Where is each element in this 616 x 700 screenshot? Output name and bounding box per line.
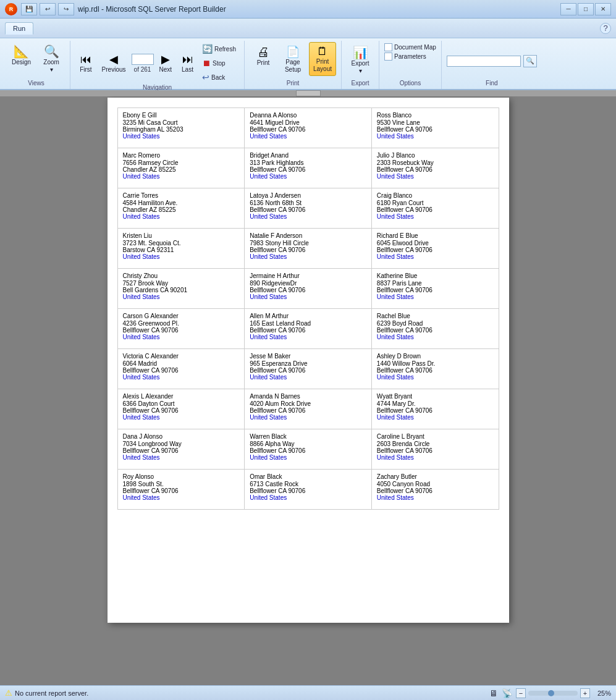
redo-icon-toolbar[interactable]: ↪	[58, 3, 74, 15]
address-cell: Ashley D Brown 1440 Willow Pass Dr. Bell…	[372, 349, 499, 389]
address-country: United States	[250, 293, 366, 300]
parameters-checkbox-box[interactable]	[384, 53, 392, 61]
ribbon-group-views: 📐 Design 🔍 Zoom▾ Views	[2, 41, 70, 89]
address-city-state-zip: Bellflower CA 90706	[250, 166, 366, 173]
address-cell: Warren Black 8866 Alpha Way Bellflower C…	[245, 429, 372, 470]
save-icon-toolbar[interactable]: 💾	[21, 3, 37, 15]
export-icon: 📊	[353, 45, 368, 60]
address-country: United States	[377, 454, 494, 461]
address-city-state-zip: Bellflower CA 90706	[250, 247, 366, 253]
design-button[interactable]: 📐 Design	[7, 42, 35, 69]
next-button[interactable]: ▶ Next	[155, 49, 177, 77]
last-label: Last	[182, 66, 193, 74]
zoom-label: Zoom▾	[43, 59, 59, 74]
address-city-state-zip: Bellflower CA 90706	[250, 407, 366, 414]
zoom-out-button[interactable]: −	[516, 688, 526, 698]
address-country: United States	[123, 374, 240, 381]
first-button[interactable]: ⏮ First	[75, 50, 96, 77]
address-country: United States	[250, 414, 366, 421]
undo-icon-toolbar[interactable]: ↩	[40, 3, 56, 15]
address-street: 8866 Alpha Way	[250, 441, 366, 447]
address-country: United States	[377, 374, 494, 381]
help-button[interactable]: ?	[600, 23, 611, 34]
options-area: Document Map Parameters	[384, 42, 436, 62]
address-city-state-zip: Bellflower CA 90706	[123, 487, 240, 494]
address-city-state-zip: Bellflower CA 90706	[123, 327, 240, 334]
find-input[interactable]	[447, 56, 521, 67]
stop-button[interactable]: ⏹ Stop	[199, 56, 239, 70]
print-layout-button[interactable]: 🗒 PrintLayout	[309, 42, 336, 76]
run-tab[interactable]: Run	[5, 22, 33, 35]
address-name: Carrie Torres	[123, 192, 240, 199]
address-country: United States	[250, 133, 366, 140]
address-name: Allen M Arthur	[250, 313, 366, 319]
document-map-checkbox-box[interactable]	[384, 43, 392, 51]
restore-button[interactable]: □	[578, 3, 594, 15]
refresh-label: Refresh	[214, 46, 236, 53]
page-setup-label: PageSetup	[285, 59, 301, 74]
document-map-checkbox[interactable]: Document Map	[384, 43, 436, 51]
address-street: 6366 Dayton Court	[123, 400, 240, 407]
back-button[interactable]: ↩ Back	[199, 70, 239, 84]
address-name: Omar Black	[250, 473, 366, 480]
minimize-button[interactable]: ─	[560, 3, 576, 15]
address-country: United States	[377, 133, 494, 140]
parameters-label: Parameters	[394, 53, 426, 60]
refresh-button[interactable]: 🔄 Refresh	[199, 42, 239, 56]
refresh-icon: 🔄	[202, 44, 213, 54]
print-group-label: Print	[250, 80, 336, 88]
close-button[interactable]: ✕	[595, 3, 611, 15]
address-country: United States	[250, 374, 366, 381]
print-layout-label: PrintLayout	[313, 58, 332, 73]
first-icon: ⏮	[80, 53, 91, 66]
first-label: First	[80, 66, 91, 74]
address-street: 2303 Rosebuck Way	[377, 159, 494, 166]
address-city-state-zip: Bellflower CA 90706	[377, 407, 494, 414]
address-cell: Deanna A Alonso 4641 Miguel Drive Bellfl…	[245, 108, 372, 148]
zoom-button[interactable]: 🔍 Zoom▾	[38, 42, 65, 77]
address-name: Ashley D Brown	[377, 353, 494, 360]
zoom-track[interactable]	[528, 691, 578, 696]
back-icon: ↩	[202, 72, 209, 82]
address-cell: Roy Alonso 1898 South St. Bellflower CA …	[118, 470, 245, 510]
address-name: Roy Alonso	[123, 473, 240, 480]
address-cell: Katherine Blue 8837 Paris Lane Bellflowe…	[372, 269, 499, 309]
address-street: 4236 Greenwood Pl.	[123, 320, 240, 327]
address-name: Warren Black	[250, 433, 366, 440]
address-cell: Richard E Blue 6045 Elwood Drive Bellflo…	[372, 229, 499, 269]
address-name: Victoria C Alexander	[123, 353, 240, 360]
address-street: 4641 Miguel Drive	[250, 119, 366, 126]
zoom-thumb[interactable]	[548, 690, 554, 696]
zoom-in-button[interactable]: +	[580, 688, 590, 698]
previous-icon: ◀	[109, 53, 118, 66]
address-street: 313 Park Highlands	[250, 159, 366, 166]
address-street: 3723 Mt. Sequoia Ct.	[123, 240, 240, 247]
address-cell: Jermaine H Arthur 890 RidgeviewDr Bellfl…	[245, 269, 372, 309]
find-button[interactable]: 🔍	[523, 55, 537, 67]
address-cell: Victoria C Alexander 6064 Madrid Bellflo…	[118, 349, 245, 389]
export-button[interactable]: 📊 Export▾	[347, 42, 374, 78]
ribbon-group-navigation: ⏮ First ◀ Previous 1 of 261 ▶	[70, 41, 245, 89]
address-cell: Caroline L Bryant 2603 Brenda Circle Bel…	[372, 429, 499, 470]
address-country: United States	[377, 293, 494, 300]
address-country: United States	[377, 213, 494, 220]
page-setup-button[interactable]: 📄 PageSetup	[279, 42, 306, 77]
print-layout-icon: 🗒	[317, 45, 328, 58]
address-city-state-zip: Bellflower CA 90706	[377, 166, 494, 173]
horizontal-scrollbar[interactable]	[296, 90, 321, 96]
zoom-level: 25%	[593, 689, 611, 697]
title-bar: R 💾 ↩ ↪ wip.rdl - Microsoft SQL Server R…	[0, 0, 616, 19]
address-country: United States	[123, 253, 240, 260]
parameters-checkbox[interactable]: Parameters	[384, 53, 436, 61]
address-name: Katherine Blue	[377, 272, 494, 279]
address-street: 3235 Mi Casa Court	[123, 119, 240, 126]
address-city-state-zip: Chandler AZ 85225	[123, 166, 240, 173]
address-street: 6045 Elwood Drive	[377, 240, 494, 247]
main-content-area: Ebony E Gill 3235 Mi Casa Court Birmingh…	[0, 90, 616, 685]
address-cell: Marc Romero 7656 Ramsey Circle Chandler …	[118, 148, 245, 188]
address-street: 7983 Stony Hill Circle	[250, 240, 366, 247]
previous-button[interactable]: ◀ Previous	[98, 49, 130, 77]
page-input[interactable]: 1	[132, 54, 154, 65]
last-button[interactable]: ⏭ Last	[177, 50, 198, 77]
print-button[interactable]: 🖨 Print	[250, 42, 277, 70]
